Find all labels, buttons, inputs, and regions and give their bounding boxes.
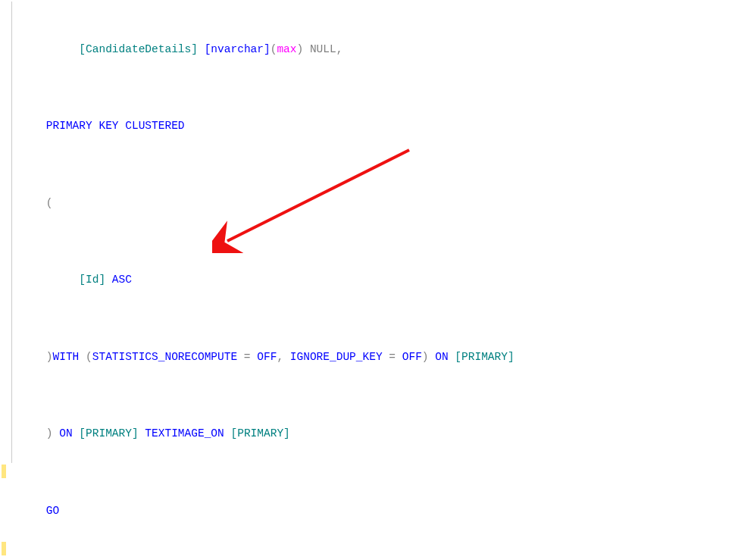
code-line[interactable]: )WITH (STATISTICS_NORECOMPUTE = OFF, IGN… (0, 309, 735, 386)
code-line[interactable]: [CandidateDetails] [nvarchar](max) NULL, (0, 2, 735, 79)
fold-guide (11, 386, 12, 464)
code-line[interactable]: /****** Object: Table [dbo].[Chillers] S… (0, 540, 735, 561)
fold-guide (11, 79, 12, 156)
fold-guide (11, 309, 12, 386)
primary-key-kw: PRIMARY KEY CLUSTERED (46, 120, 185, 132)
col-candidatedetails: [CandidateDetails] (79, 43, 198, 55)
sql-editor[interactable]: [CandidateDetails] [nvarchar](max) NULL,… (0, 0, 735, 560)
code-line[interactable]: ) ON [PRIMARY] TEXTIMAGE_ON [PRIMARY] (0, 386, 735, 464)
code-line[interactable]: PRIMARY KEY CLUSTERED (0, 79, 735, 156)
modified-marker (2, 542, 6, 555)
code-line[interactable]: GO (0, 463, 735, 540)
modified-marker (2, 465, 6, 478)
fold-guide (11, 233, 12, 310)
go-batch: GO (46, 505, 59, 517)
fold-guide (11, 2, 12, 79)
code-line[interactable]: [Id] ASC (0, 233, 735, 310)
code-line[interactable]: ( (0, 155, 735, 233)
fold-guide (11, 155, 12, 233)
